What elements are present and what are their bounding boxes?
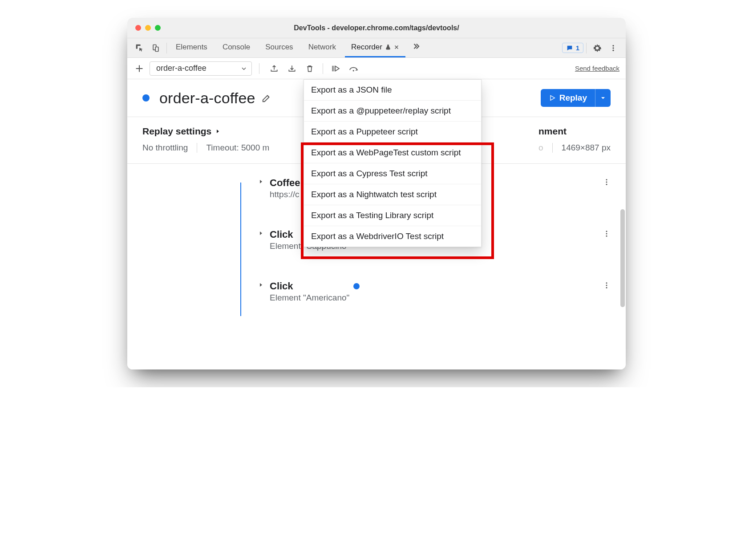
more-tabs-icon[interactable] — [408, 38, 424, 54]
export-menu: Export as a JSON file Export as a @puppe… — [304, 79, 482, 247]
replay-button[interactable]: Replay — [541, 89, 611, 107]
caret-right-icon — [258, 231, 263, 236]
export-testing-library[interactable]: Export as a Testing Library script — [304, 205, 481, 226]
svg-point-5 — [353, 70, 354, 71]
import-icon[interactable] — [284, 61, 300, 76]
panel-tabstrip: Elements Console Sources Network Recorde… — [127, 38, 626, 58]
tab-recorder[interactable]: Recorder — [345, 38, 405, 57]
experiment-icon — [385, 44, 391, 50]
play-icon — [549, 94, 556, 101]
separator — [586, 43, 587, 53]
recording-title: order-a-coffee — [159, 89, 255, 107]
step-continue-icon[interactable] — [328, 61, 344, 76]
tab-network[interactable]: Network — [302, 38, 342, 57]
traffic-lights — [135, 18, 161, 38]
new-recording-button[interactable] — [134, 63, 145, 74]
recording-indicator-icon — [142, 94, 150, 101]
step-more-icon[interactable] — [603, 230, 611, 238]
export-nightwatch[interactable]: Export as a Nightwatch test script — [304, 184, 481, 205]
tab-elements[interactable]: Elements — [170, 38, 214, 57]
issues-button[interactable]: 1 — [562, 43, 583, 53]
step-more-icon[interactable] — [603, 178, 611, 186]
step-over-icon[interactable] — [346, 61, 361, 76]
separator — [552, 143, 553, 153]
edit-title-icon[interactable] — [262, 93, 271, 103]
export-icon[interactable] — [267, 61, 282, 76]
tab-label: Console — [223, 43, 250, 52]
throttling-value: No throttling — [142, 143, 188, 153]
svg-point-7 — [606, 182, 607, 183]
step-item[interactable]: Click Element "Americano" — [258, 280, 611, 303]
export-json[interactable]: Export as a JSON file — [304, 80, 481, 101]
tab-sources[interactable]: Sources — [259, 38, 299, 57]
export-cypress[interactable]: Export as a Cypress Test script — [304, 163, 481, 184]
export-puppeteer-replay[interactable]: Export as a @puppeteer/replay script — [304, 101, 481, 122]
export-webdriverio[interactable]: Export as a WebdriverIO Test script — [304, 226, 481, 247]
caret-right-icon — [258, 179, 263, 184]
svg-rect-1 — [155, 47, 158, 51]
window-title: DevTools - developer.chrome.com/tags/dev… — [294, 24, 459, 32]
svg-point-6 — [606, 179, 607, 180]
timeline-node-icon — [353, 283, 360, 289]
titlebar: DevTools - developer.chrome.com/tags/dev… — [127, 18, 626, 38]
scrollbar-thumb[interactable] — [620, 209, 625, 307]
caret-right-icon — [258, 282, 263, 288]
separator — [166, 43, 167, 53]
svg-point-4 — [612, 49, 614, 51]
minimize-window-button[interactable] — [145, 25, 151, 31]
caret-down-icon — [600, 95, 606, 101]
separator — [323, 63, 323, 74]
inspect-element-icon[interactable] — [132, 40, 148, 56]
timeline-line — [240, 183, 241, 316]
separator — [259, 63, 259, 74]
step-subtitle: https://c — [270, 190, 308, 199]
svg-point-13 — [606, 285, 607, 286]
svg-point-2 — [612, 45, 614, 46]
device-toggle-icon[interactable] — [148, 40, 164, 56]
chevron-down-icon — [241, 65, 247, 72]
close-window-button[interactable] — [135, 25, 141, 31]
replay-settings-meta: No throttling Timeout: 5000 m — [142, 143, 269, 153]
svg-point-10 — [606, 233, 607, 235]
step-title: Click — [270, 280, 349, 292]
caret-right-icon — [215, 129, 220, 134]
devtools-window: DevTools - developer.chrome.com/tags/dev… — [127, 18, 626, 369]
recording-select[interactable]: order-a-coffee — [150, 61, 252, 76]
replay-settings-toggle[interactable]: Replay settings — [142, 126, 269, 137]
separator — [197, 143, 197, 153]
svg-point-14 — [606, 287, 607, 288]
timeout-value: Timeout: 5000 m — [206, 143, 269, 153]
panel-body: order-a-coffee — [127, 58, 626, 369]
tab-label: Elements — [176, 43, 207, 52]
recording-select-label: order-a-coffee — [156, 64, 206, 73]
recorder-toolbar: order-a-coffee — [127, 58, 626, 79]
panel-tabs: Elements Console Sources Network Recorde… — [170, 38, 424, 57]
step-subtitle: Element "Americano" — [270, 293, 349, 303]
issues-icon — [566, 45, 573, 52]
svg-point-3 — [612, 47, 614, 49]
maximize-window-button[interactable] — [155, 25, 161, 31]
more-menu-icon[interactable] — [605, 40, 621, 56]
replay-settings-label: Replay settings — [142, 126, 211, 137]
send-feedback-link[interactable]: Send feedback — [575, 65, 619, 72]
export-puppeteer[interactable]: Export as a Puppeteer script — [304, 122, 481, 142]
svg-point-11 — [606, 235, 607, 237]
tab-label: Recorder — [351, 43, 382, 52]
toolbar-icons — [267, 61, 361, 76]
svg-point-12 — [606, 282, 607, 284]
settings-icon[interactable] — [589, 40, 605, 56]
viewport-value: 1469×887 px — [562, 143, 611, 153]
issues-count: 1 — [576, 44, 579, 52]
step-title: Coffee c — [270, 177, 308, 189]
environment-label: nment — [538, 126, 611, 137]
replay-dropdown[interactable] — [595, 89, 611, 107]
step-more-icon[interactable] — [603, 281, 611, 289]
replay-label: Replay — [559, 93, 587, 103]
delete-icon[interactable] — [302, 61, 317, 76]
svg-point-8 — [606, 184, 607, 185]
close-tab-icon[interactable] — [394, 45, 399, 50]
export-webpagetest[interactable]: Export as a WebPageTest custom script — [304, 142, 481, 163]
tab-label: Sources — [265, 43, 293, 52]
tab-label: Network — [308, 43, 336, 52]
tab-console[interactable]: Console — [216, 38, 256, 57]
